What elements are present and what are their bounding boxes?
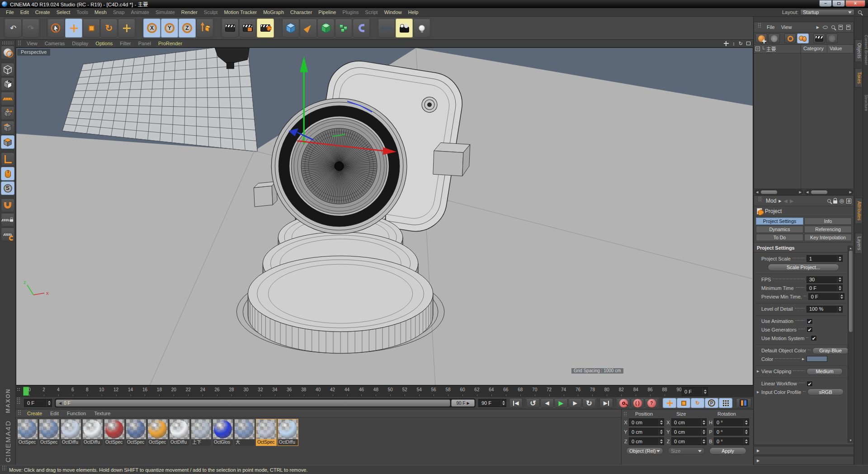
texture-mode-button[interactable] [1,77,14,91]
next-key-button[interactable]: ↻ [582,398,596,408]
menu-select[interactable]: Select [53,9,74,15]
search-icon[interactable] [827,199,831,203]
expand-arrow-icon[interactable]: ▶ [757,390,761,394]
live-selection-button[interactable] [47,19,65,38]
use-animation-checkbox[interactable]: ✔ [807,318,813,324]
timeline-scrubber[interactable]: ◀ 0 F 90 F ▶ [55,398,476,408]
input-color-profile-button[interactable]: sRGB [807,389,844,395]
menu-tools[interactable]: Tools [73,9,91,15]
scrollbar-thumb[interactable] [849,251,853,332]
material-item-13[interactable]: OctDiffu [278,419,298,446]
stepper-icon[interactable] [701,428,706,435]
tab-info[interactable]: Info [804,218,852,225]
coord-field-h-2[interactable]: 0 ° [714,418,749,426]
key-pla-toggle[interactable] [719,398,732,408]
workplane-mode-button[interactable] [1,92,14,105]
perspective-viewport[interactable]: Perspective Grid Spacing : 1000 cm z x [16,47,753,385]
coord-field-b-2[interactable]: 0 ° [714,437,749,445]
take-row-main[interactable]: └ 主要 [754,45,801,53]
add-floor-button[interactable] [378,19,395,38]
current-frame-field[interactable]: 0 F [24,399,52,407]
material-item-5[interactable]: OctSpec [104,419,125,446]
lock-z-axis-button[interactable]: Z [179,19,196,38]
apply-button[interactable]: Apply [709,447,746,455]
scrollbar-thumb[interactable] [811,190,827,194]
lock-icon[interactable] [833,200,837,204]
viewport-menu-prorender[interactable]: ProRender [155,41,186,46]
level-of-detail-field[interactable]: 100 % [807,306,843,313]
filter-icon[interactable] [823,26,828,29]
linear-workflow-checkbox[interactable]: ✔ [807,381,813,387]
material-item-12[interactable]: OctSpec [256,419,277,446]
key-parameter-toggle[interactable]: P [705,398,718,408]
vertical-scrollbar[interactable]: ▲ ▼ [848,246,853,443]
timeline-ruler[interactable]: 0246810121416182022242628303234363840424… [16,385,753,397]
object-mode-dropdown[interactable]: Object (Rel) [626,447,663,455]
takes-file-menu[interactable]: File [764,24,778,30]
new-window-icon[interactable] [846,199,851,204]
add-spline-button[interactable] [300,19,317,38]
search-icon[interactable] [831,25,835,29]
stepper-icon[interactable] [659,419,664,426]
view-clipping-button[interactable]: Medium [807,368,843,375]
viewport-menu-filter[interactable]: Filter [116,41,134,46]
horizontal-scrollbar-2[interactable]: ◀ ▶ [805,190,853,195]
menu-mesh[interactable]: Mesh [91,9,110,15]
material-item-1[interactable]: OctSpec [17,419,38,446]
collapsed-panel-1[interactable]: ▶ [754,446,854,455]
polygons-mode-button[interactable] [1,135,14,149]
lock-y-axis-button[interactable]: Y [161,19,178,38]
target-icon[interactable]: ◎ [840,198,844,204]
make-editable-button[interactable] [1,46,14,59]
coord-field-z-1[interactable]: 0 cm [671,437,707,445]
material-item-7[interactable]: OctSpec [147,419,168,446]
key-position-toggle[interactable] [663,398,676,408]
minimize-button[interactable]: – [819,0,832,7]
scale-tool-button[interactable] [83,19,100,38]
auto-take-button[interactable] [784,33,796,43]
menu-mograph[interactable]: MoGraph [260,9,287,15]
viewport-3d-scene[interactable] [16,48,753,385]
viewport-menu-cameras[interactable]: Cameras [41,41,69,46]
enable-axis-button[interactable] [1,152,14,166]
material-item-3[interactable]: OctDiffu [61,419,81,446]
attributes-handle[interactable] [758,196,762,202]
next-frame-button[interactable]: ▶ [568,398,582,408]
add-camera-button[interactable] [396,19,413,38]
render-region-button[interactable] [239,19,256,38]
ruler-track[interactable]: 0246810121416182022242628303234363840424… [22,386,679,397]
render-settings-button[interactable] [257,19,274,38]
pan-view-icon[interactable] [724,41,729,46]
expand-icon[interactable]: ▶ [757,459,760,463]
tab-referencing[interactable]: Referencing [804,226,852,233]
search-icon[interactable] [858,10,862,14]
dock-tab-attributes[interactable]: Attributes [855,198,863,224]
stepper-icon[interactable] [839,294,844,299]
transport-handle[interactable] [17,397,20,404]
preview-min-time-field[interactable]: 0 F [808,293,844,300]
render-marked-takes-button[interactable] [813,33,825,43]
category-column-header[interactable]: Category [801,45,827,53]
stepper-icon[interactable] [47,399,52,407]
stepper-icon[interactable] [837,306,842,312]
menu-overflow-icon[interactable]: ▶ [816,25,819,29]
tab-project-settings[interactable]: Project Settings [756,218,803,225]
viewport-menu-options[interactable]: Options [92,41,116,46]
previous-key-button[interactable]: ↺ [526,398,540,408]
menu-create[interactable]: Create [32,9,53,15]
coordinates-handle[interactable] [623,412,627,416]
ruler-frame-field[interactable]: 0 F [682,387,708,396]
rotate-view-icon[interactable]: ↻ [739,41,743,47]
scroll-up-icon[interactable]: ▲ [849,246,852,250]
menu-help[interactable]: Help [405,9,422,15]
model-mode-button[interactable] [1,63,14,76]
stepper-icon[interactable] [744,428,749,435]
tweak-mode-button[interactable] [1,167,14,180]
coord-field-p-2[interactable]: 0 ° [714,428,749,436]
history-back-icon[interactable]: ◀ [784,198,788,204]
material-menu-create[interactable]: Create [23,411,46,416]
expand-arrow-icon[interactable]: ▶ [757,370,761,373]
expand-icon[interactable]: ▶ [757,449,760,453]
stepper-icon[interactable] [701,419,706,426]
take-state-icon[interactable] [755,47,760,51]
